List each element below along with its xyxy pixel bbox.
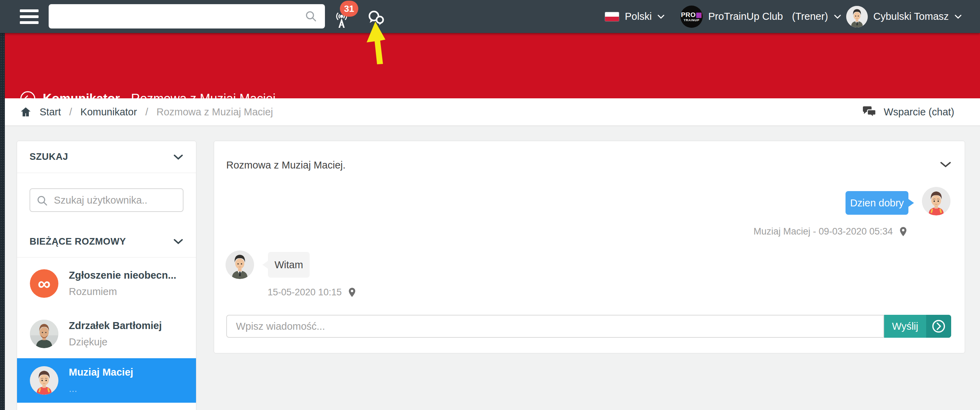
sender-avatar [922, 187, 950, 215]
conversation-item-zgloszenie[interactable]: ∞ Zgłoszenie nieobecn... Rozumiem [17, 257, 196, 310]
breadcrumb-separator: / [145, 106, 148, 118]
infinity-avatar-icon: ∞ [30, 269, 58, 298]
message-meta-text: 15-05-2020 10:15 [267, 287, 342, 298]
user-search-input[interactable] [30, 189, 183, 211]
conversation-name: Zgłoszenie nieobecn... [69, 270, 176, 281]
collapsed-side-menu[interactable] [0, 33, 5, 410]
breadcrumb-bar: Start / Komunikator / Rozmowa z Muziaj M… [0, 99, 980, 126]
chevron-down-icon [954, 14, 962, 19]
location-pin-icon[interactable] [898, 227, 908, 237]
top-navbar: 31 Polski PRO▦ TRAINUP ProTrainUp Club (… [0, 0, 980, 33]
chevron-down-icon [657, 14, 665, 19]
conversation-last-message: Rozumiem [69, 286, 176, 297]
support-chat-icon [863, 106, 877, 118]
chevron-down-icon [173, 154, 183, 160]
club-selector[interactable]: PRO▦ TRAINUP ProTrainUp Club (Trener) [681, 0, 842, 33]
user-avatar [846, 6, 868, 27]
own-avatar [226, 251, 254, 279]
chat-title: Rozmowa z Muziaj Maciej. [226, 159, 345, 171]
conversations-sidebar: SZUKAJ BIEŻĄCE ROZMOWY ∞ [17, 141, 196, 410]
send-circle-arrow-icon [926, 315, 951, 338]
role-label: (Trener) [792, 11, 828, 22]
location-pin-icon[interactable] [347, 288, 357, 298]
message-bubble-sent: Witam [268, 252, 310, 278]
conversation-item-zdrzalek[interactable]: Zdrzałek Bartłomiej Dziękuje [17, 310, 196, 358]
message-meta: 15-05-2020 10:15 [267, 287, 357, 298]
conversation-item-muziaj-maciej[interactable]: Muziaj Maciej ... [17, 358, 196, 403]
notification-count-badge: 31 [340, 1, 358, 17]
support-chat-link[interactable]: Wsparcie (chat) [863, 99, 954, 126]
message-bubble-received: Dzien dobry [845, 191, 908, 215]
poland-flag-icon [605, 12, 619, 22]
page-header: Komunikator - Rozmowa z Muziaj Maciej [0, 33, 980, 99]
komunikator-page: 31 Polski PRO▦ TRAINUP ProTrainUp Club (… [0, 0, 980, 410]
conversation-list: ∞ Zgłoszenie nieobecn... Rozumiem Zdrzał… [17, 257, 196, 403]
support-chat-label: Wsparcie (chat) [884, 106, 954, 118]
breadcrumb-komunikator[interactable]: Komunikator [80, 106, 137, 118]
chevron-down-icon [173, 238, 183, 245]
breadcrumb-separator: / [69, 106, 72, 118]
message-meta: Muziaj Maciej - 09-03-2020 05:34 [753, 226, 908, 237]
user-name-label: Cybulski Tomasz [873, 11, 949, 22]
message-composer: Wyślij [226, 315, 953, 338]
breadcrumb-start[interactable]: Start [40, 106, 61, 118]
send-button[interactable]: Wyślij [884, 315, 951, 338]
language-label: Polski [625, 11, 652, 22]
avatar [30, 319, 58, 348]
navbar-search [49, 4, 325, 29]
hamburger-menu-icon[interactable] [20, 10, 38, 24]
collapse-chat-chevron-icon[interactable] [940, 161, 951, 168]
search-section-title: SZUKAJ [30, 151, 68, 162]
breadcrumb: Start / Komunikator / Rozmowa z Muziaj M… [20, 99, 273, 126]
conversation-name: Muziaj Maciej [69, 367, 133, 378]
conversation-last-message: Dziękuje [69, 336, 162, 348]
messenger-icon[interactable] [367, 10, 385, 26]
message-input[interactable] [226, 315, 884, 338]
conversations-section-header[interactable]: BIEŻĄCE ROZMOWY [17, 226, 196, 257]
navbar-search-input[interactable] [49, 4, 325, 29]
search-icon [37, 195, 48, 207]
breadcrumb-current: Rozmowa z Muziaj Maciej [156, 106, 273, 118]
conversation-name: Zdrzałek Bartłomiej [69, 320, 162, 332]
club-name-label: ProTrainUp Club [708, 11, 783, 22]
chat-panel: Rozmowa z Muziaj Maciej. Dzien dobry Muz… [214, 141, 965, 353]
send-button-label: Wyślij [884, 315, 926, 338]
language-selector[interactable]: Polski [605, 0, 665, 33]
message-meta-text: Muziaj Maciej - 09-03-2020 05:34 [753, 226, 893, 237]
user-menu[interactable]: Cybulski Tomasz [846, 0, 962, 33]
search-section-header[interactable]: SZUKAJ [17, 141, 196, 173]
search-icon [305, 10, 317, 22]
avatar [30, 366, 58, 395]
conversations-section-title: BIEŻĄCE ROZMOWY [30, 236, 126, 247]
home-icon[interactable] [20, 106, 31, 117]
protrainup-logo: PRO▦ TRAINUP [681, 6, 703, 28]
conversation-last-message: ... [69, 383, 133, 394]
chevron-down-icon [834, 14, 842, 19]
user-search [30, 188, 183, 212]
